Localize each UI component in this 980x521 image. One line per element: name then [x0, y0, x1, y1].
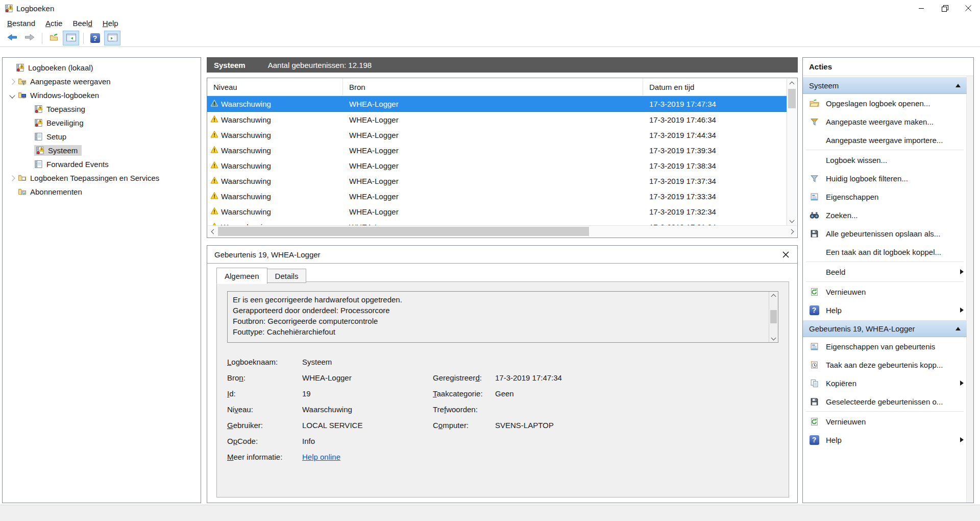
action-save-all-events[interactable]: Alle gebeurtenissen opslaan als...: [803, 224, 967, 243]
show-console-tree-button[interactable]: [63, 31, 79, 45]
action-event-properties[interactable]: Eigenschappen van gebeurtenis: [803, 337, 967, 356]
section-header-systeem[interactable]: Systeem: [803, 77, 967, 94]
tree-item-forwarded-events[interactable]: Forwarded Events: [3, 157, 201, 171]
vertical-scrollbar[interactable]: [787, 79, 797, 225]
close-preview-button[interactable]: [781, 250, 790, 259]
field-value-taakcategorie: Geen: [495, 389, 789, 398]
table-row[interactable]: Waarschuwing WHEA-Logger 17-3-2019 17:33…: [207, 188, 788, 204]
scroll-up-button[interactable]: [769, 292, 778, 299]
column-header-datum[interactable]: Datum en tijd: [643, 78, 788, 96]
subscriptions-folder-icon: [18, 187, 27, 196]
tree-item-beveiliging[interactable]: Beveiliging: [3, 116, 201, 130]
tree-item-toepassing[interactable]: Toepassing: [3, 102, 201, 116]
action-help-event-submenu[interactable]: ? Help: [803, 431, 967, 449]
column-header-bron[interactable]: Bron: [343, 78, 643, 96]
action-find[interactable]: Zoeken...: [803, 206, 967, 224]
action-refresh-event[interactable]: Vernieuwen: [803, 412, 967, 431]
scroll-down-button[interactable]: [787, 217, 797, 225]
scrollbar-thumb[interactable]: [770, 310, 777, 323]
table-row[interactable]: Waarschuwing WHEA-Logger 17-3-2019 17:38…: [207, 158, 788, 173]
scrollbar-thumb[interactable]: [788, 89, 796, 108]
tree-item-label: Abonnementen: [30, 187, 82, 196]
show-action-pane-button[interactable]: [104, 31, 120, 45]
tree-item-setup[interactable]: Setup: [3, 130, 201, 144]
tab-algemeen[interactable]: Algemeen: [216, 268, 267, 284]
action-view-submenu[interactable]: Beeld: [803, 263, 967, 281]
open-folder-icon: [809, 99, 819, 108]
chevron-right-icon[interactable]: [9, 175, 15, 181]
action-open-saved-log[interactable]: Opgeslagen logboek openen...: [803, 94, 967, 112]
submenu-arrow-icon: [960, 381, 964, 386]
open-saved-log-button[interactable]: [45, 31, 62, 45]
close-button[interactable]: [957, 0, 980, 16]
status-strip: [0, 505, 980, 521]
action-attach-task-to-log[interactable]: Een taak aan dit logboek koppel...: [803, 243, 967, 261]
action-clear-log[interactable]: Logboek wissen...: [803, 151, 967, 169]
action-filter-current-log[interactable]: Huidig logboek filteren...: [803, 169, 967, 187]
column-header-niveau[interactable]: Niveau: [207, 78, 343, 96]
preview-tabs: Algemeen Details: [216, 268, 797, 282]
menu-help[interactable]: Help: [97, 18, 124, 29]
event-description-box: Er is een gecorrigeerde hardwarefout opg…: [227, 291, 778, 343]
action-import-custom-view[interactable]: Aangepaste weergave importere...: [803, 131, 967, 149]
section-header-gebeurtenis[interactable]: Gebeurtenis 19, WHEA-Logger: [803, 320, 967, 337]
field-value-opcode: Info: [302, 437, 433, 445]
table-row[interactable]: Waarschuwing WHEA-Logger 17-3-2019 17:46…: [207, 112, 788, 127]
field-label-taakcategorie: Taakcategorie:: [433, 389, 495, 398]
actions-title: Acties: [803, 58, 973, 76]
actions-scrollbar[interactable]: [966, 76, 973, 503]
table-row[interactable]: Waarschuwing WHEA-Logger 17-3-2019 17:44…: [207, 127, 788, 143]
action-save-selected-events[interactable]: Geselecteerde gebeurtenissen o...: [803, 392, 967, 411]
table-row[interactable]: Waarschuwing WHEA-Logger 17-3-2019 17:47…: [207, 96, 788, 112]
scroll-left-button[interactable]: [208, 226, 218, 237]
forward-button[interactable]: [21, 31, 38, 45]
field-label-niveau: Niveau:: [227, 405, 302, 414]
event-viewer-app-icon: [5, 4, 13, 13]
log-title: Systeem: [214, 61, 246, 69]
table-row[interactable]: Waarschuwing WHEA-Logger 17-3-2019 17:32…: [207, 204, 788, 219]
action-create-custom-view[interactable]: Aangepaste weergave maken...: [803, 112, 967, 131]
menu-beeld[interactable]: Beeld: [67, 18, 97, 29]
tab-details[interactable]: Details: [267, 269, 307, 283]
submenu-arrow-icon: [960, 307, 964, 313]
tree-item-windows-logboeken[interactable]: Windows-logboeken: [3, 88, 201, 102]
tree-item-root[interactable]: Logboeken (lokaal): [3, 61, 201, 75]
scroll-right-button[interactable]: [787, 226, 797, 237]
tree-selection-highlight: Systeem: [34, 145, 82, 156]
tab-content: Er is een gecorrigeerde hardwarefout opg…: [216, 281, 789, 498]
tree-item-aangepaste-weergaven[interactable]: Aangepaste weergaven: [3, 75, 201, 88]
table-row[interactable]: Waarschuwing WHEA-Logger 17-3-2019 17:39…: [207, 143, 788, 158]
description-scrollbar[interactable]: [769, 292, 778, 342]
action-attach-task-to-event[interactable]: Taak aan deze gebeurtenis kopp...: [803, 356, 967, 374]
action-refresh[interactable]: Vernieuwen: [803, 282, 967, 301]
table-row[interactable]: Waarschuwing WHEA-Logger 17-3-2019 17:37…: [207, 173, 788, 188]
chevron-right-icon[interactable]: [9, 79, 15, 84]
back-icon: [7, 33, 17, 43]
actions-separator: [806, 150, 964, 150]
description-line: Gerapporteerd door onderdeel: Processorc…: [228, 305, 778, 316]
tree-item-abonnementen[interactable]: Abonnementen: [3, 185, 201, 199]
horizontal-scrollbar[interactable]: [208, 225, 797, 237]
field-label-computer: Computer:: [433, 421, 495, 430]
help-online-link[interactable]: Help online: [302, 453, 340, 461]
tree-item-label: Beveiliging: [46, 119, 84, 127]
action-properties[interactable]: Eigenschappen: [803, 187, 967, 206]
action-copy-submenu[interactable]: Kopiëren: [803, 374, 967, 392]
menu-actie[interactable]: Actie: [40, 18, 67, 29]
minimize-button[interactable]: [910, 0, 933, 16]
table-header-row: Niveau Bron Datum en tijd: [207, 78, 788, 96]
chevron-down-icon[interactable]: [9, 92, 15, 98]
help-button[interactable]: ?: [87, 31, 103, 45]
tree-item-systeem[interactable]: Systeem: [3, 144, 201, 157]
tree-item-label: Aangepaste weergaven: [30, 77, 111, 86]
scroll-up-button[interactable]: [787, 79, 797, 87]
menu-bestand[interactable]: Bestand: [2, 18, 40, 29]
restore-button[interactable]: [933, 0, 957, 16]
tree-item-logboeken-toepassingen-services[interactable]: Logboeken Toepassingen en Services: [3, 171, 201, 185]
submenu-arrow-icon: [960, 269, 964, 274]
action-help-submenu[interactable]: ? Help: [803, 301, 967, 319]
back-button[interactable]: [4, 31, 20, 45]
scrollbar-thumb[interactable]: [218, 227, 589, 236]
description-line: Foutbron: Gecorrigeerde computercontrole: [228, 316, 778, 326]
scroll-down-button[interactable]: [769, 335, 778, 342]
